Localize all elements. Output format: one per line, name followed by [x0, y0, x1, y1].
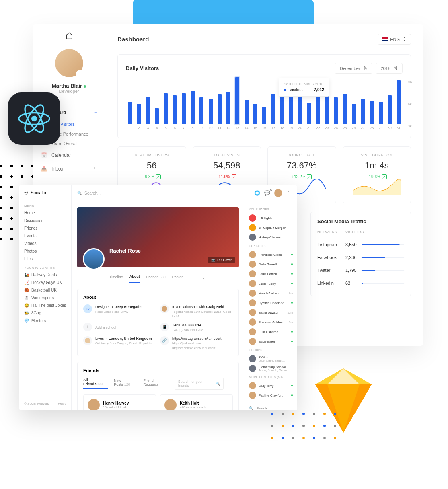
- y-axis: 9K6K3K: [408, 80, 412, 128]
- contact-item[interactable]: Maude Valdez9m: [249, 288, 293, 298]
- about-work: JRDesigner at Jeep RenegadePast: Lambo a…: [83, 304, 156, 318]
- group-item[interactable]: Z GirlsLucy, Claire, Sarah...: [249, 354, 293, 364]
- nav-calendar[interactable]: 📅Calendar: [41, 148, 97, 162]
- tab-about[interactable]: About: [129, 275, 140, 283]
- contact-item[interactable]: Sally Terry: [249, 381, 293, 390]
- decorative-color-dots: [267, 409, 347, 457]
- contact-item[interactable]: Eula Osborne: [249, 327, 293, 337]
- favorite-item[interactable]: ⛄Wintersports: [24, 294, 66, 302]
- about-add-school[interactable]: +Add a school: [83, 323, 156, 332]
- friends-title: Friends: [83, 368, 233, 373]
- footer-help[interactable]: Help?: [58, 402, 66, 405]
- favorite-item[interactable]: 🏒Hockey Guys UK: [24, 279, 66, 286]
- friends-tab-requests[interactable]: Friend Requests: [143, 378, 169, 389]
- friends-search[interactable]: Search for your friends🔍: [175, 378, 224, 390]
- friend-card[interactable]: Henry Harvey15 mutual friends⋯: [83, 394, 156, 410]
- contact-item[interactable]: Cynthia Copeland: [249, 298, 293, 308]
- socialio-logo[interactable]: ◎Socialio: [24, 190, 66, 195]
- contacts-heading: CONTACTS: [249, 244, 293, 247]
- more-icon[interactable]: ⋮: [286, 190, 291, 196]
- year-select[interactable]: 2018⇅: [376, 63, 403, 74]
- menu-heading: MENU: [24, 204, 66, 208]
- group-item[interactable]: Elementary SchoolJason, Romelu, Carlos..…: [249, 364, 293, 373]
- bar-chart[interactable]: 9K6K3K 12TH DECEMBER 2018 Visitors7,012 …: [126, 82, 403, 130]
- friends-card: Friends All Friends580 New Posts120 Frie…: [77, 362, 239, 410]
- about-title: About: [83, 295, 233, 300]
- nav-inbox[interactable]: 📥Inbox⋮: [41, 162, 97, 176]
- friends-more-icon[interactable]: ⋯: [229, 382, 233, 386]
- friends-tab-all[interactable]: All Friends580: [83, 378, 108, 389]
- favorite-item[interactable]: 😂Ha! The best Jokes: [24, 302, 66, 309]
- contact-item[interactable]: Lester Berry: [249, 279, 293, 288]
- traffic-row: Facebook2,236: [317, 251, 404, 264]
- friends-tab-new[interactable]: New Posts120: [114, 378, 138, 389]
- contact-item[interactable]: Louis Patrick: [249, 269, 293, 279]
- favorite-item[interactable]: 💎Mentors: [24, 317, 66, 325]
- language-selector[interactable]: ENG ⋮: [378, 34, 411, 45]
- groups-heading: GROUPS: [249, 349, 293, 351]
- menu-item[interactable]: Files: [24, 255, 66, 263]
- friend-card[interactable]: Keith Holt420 mutual friends⋯: [160, 394, 233, 410]
- contact-item[interactable]: Francisco Weber15m: [249, 317, 293, 327]
- search-icon: 🔍: [249, 406, 253, 410]
- social-traffic-title: Social Media Traffic: [317, 218, 404, 224]
- traffic-row: Instagram3,550: [317, 238, 404, 251]
- link-icon: 🔗: [160, 336, 169, 345]
- contact-item[interactable]: Della Garrett: [249, 259, 293, 269]
- tab-friends[interactable]: Friends580: [146, 275, 166, 282]
- search-input[interactable]: 🔍 Search...: [77, 191, 250, 195]
- footer-copyright: © Social Network: [24, 402, 49, 405]
- about-phone: 📱+420 755 666 214+44 (0) 7440 199 222: [160, 323, 233, 332]
- socialio-window: ◎Socialio MENU HomeDiscussionFriendsEven…: [19, 185, 297, 410]
- page-item[interactable]: Lift Lights: [249, 213, 293, 223]
- favorite-item[interactable]: 🐝8Gag: [24, 309, 66, 317]
- contact-item[interactable]: Francisco Gibbs: [249, 250, 293, 259]
- page-item[interactable]: History Classes: [249, 232, 293, 242]
- socialio-content: Rachel Rose 📷Edit Cover Timeline About F…: [72, 201, 245, 410]
- gear-icon[interactable]: ⚙: [76, 70, 83, 77]
- profile-cover: Rachel Rose 📷Edit Cover: [77, 207, 239, 267]
- socialio-right-panel: YOUR PAGES Lift LightsJP Captain MorganH…: [245, 201, 297, 410]
- menu-item[interactable]: Events: [24, 232, 66, 240]
- svg-point-0: [31, 116, 37, 121]
- page-title: Dashboard: [117, 36, 149, 43]
- contact-item[interactable]: Essie Bates: [249, 337, 293, 346]
- profile-avatar[interactable]: [83, 248, 105, 270]
- about-relationship: In a relationship with Craig ReidTogethe…: [160, 304, 233, 318]
- traffic-row: Twitter1,795: [317, 264, 404, 277]
- tabs-more-icon[interactable]: ⋯: [203, 277, 207, 281]
- favorite-item[interactable]: 🚂Railway Deals: [24, 271, 66, 279]
- user-avatar[interactable]: [274, 189, 282, 197]
- edit-cover-button[interactable]: 📷Edit Cover: [208, 257, 235, 263]
- page-item[interactable]: JP Captain Morgan: [249, 223, 293, 232]
- menu-item[interactable]: Discussion: [24, 217, 66, 224]
- contact-item[interactable]: Sadie Dawson32m: [249, 308, 293, 317]
- about-links: 🔗https://instagram.com/janloserthttps://…: [160, 336, 233, 350]
- profile-tabs: Timeline About Friends580 Photos ⋯: [77, 271, 239, 283]
- tab-timeline[interactable]: Timeline: [109, 275, 123, 282]
- menu-item[interactable]: Videos: [24, 240, 66, 247]
- tab-photos[interactable]: Photos: [172, 275, 183, 282]
- daily-visitors-card: Daily Visitors December⇅ 2018⇅ 9K6K3K 12…: [117, 54, 411, 138]
- logo-icon: ◎: [24, 190, 28, 195]
- menu-item[interactable]: Home: [24, 209, 66, 217]
- chat-icon[interactable]: 💬5: [264, 190, 270, 196]
- menu-item[interactable]: Friends: [24, 224, 66, 232]
- pages-heading: YOUR PAGES: [249, 208, 293, 211]
- home-icon[interactable]: [66, 32, 73, 41]
- globe-icon[interactable]: 🌐: [254, 190, 260, 196]
- react-logo-badge: [8, 92, 60, 145]
- favorite-item[interactable]: 🏀Basketball UK: [24, 286, 66, 294]
- profile-avatar[interactable]: ⚙: [55, 49, 83, 77]
- flag-icon: [382, 37, 388, 41]
- profile-name: Rachel Rose: [109, 248, 141, 254]
- menu-item[interactable]: Photos: [24, 247, 66, 255]
- chevron-icon: ⋮: [402, 37, 407, 42]
- search-icon: 🔍: [216, 382, 220, 386]
- more-contacts-heading: MORE CONTACTS (50): [249, 376, 293, 378]
- profile-role: Developer: [59, 89, 79, 94]
- favorites-heading: YOUR FAVORITES: [24, 266, 66, 269]
- social-traffic-card: Social Media Traffic NETWORKVISITORS Ins…: [310, 212, 411, 296]
- contact-item[interactable]: Pauline Crawford: [249, 390, 293, 400]
- month-select[interactable]: December⇅: [335, 63, 372, 74]
